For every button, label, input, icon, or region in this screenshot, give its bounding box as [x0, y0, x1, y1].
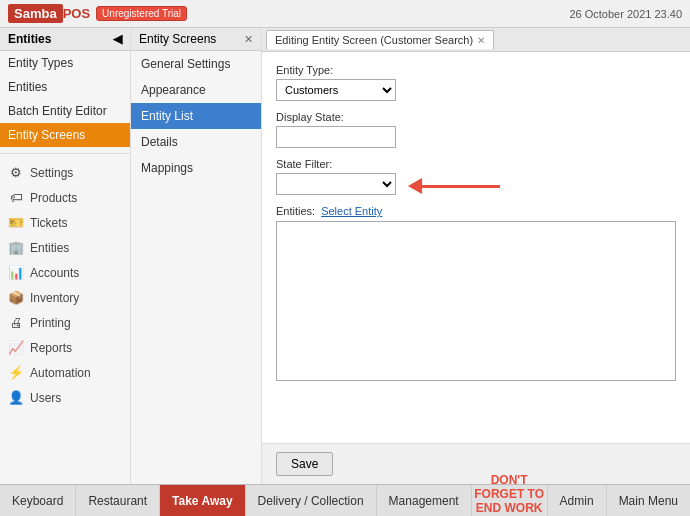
panel-item-general-settings[interactable]: General Settings	[131, 51, 261, 77]
entities-icon: 🏢	[8, 240, 24, 255]
sidebar-nav-products[interactable]: 🏷 Products	[0, 185, 130, 210]
settings-icon: ⚙	[8, 165, 24, 180]
inventory-icon: 📦	[8, 290, 24, 305]
sidebar-header-label: Entities	[8, 32, 51, 46]
taskbar: Keyboard Restaurant Take Away Delivery /…	[0, 484, 690, 516]
taskbar-btn-delivery[interactable]: Delivery / Collection	[246, 485, 377, 516]
unregistered-badge: Unregistered Trial	[96, 6, 187, 21]
logo-sambapos: SambaPOS	[8, 6, 90, 21]
display-state-input[interactable]	[276, 126, 396, 148]
sidebar-top: Entities ◀ Entity Types Entities Batch E…	[0, 28, 130, 484]
state-filter-row: State Filter:	[276, 158, 676, 195]
red-arrow-indicator	[408, 178, 500, 194]
sidebar-nav-tickets[interactable]: 🎫 Tickets	[0, 210, 130, 235]
display-state-label: Display State:	[276, 111, 676, 123]
content-area: Editing Entity Screen (Customer Search) …	[262, 28, 690, 484]
content-tab-bar: Editing Entity Screen (Customer Search) …	[262, 28, 690, 52]
entity-type-row: Entity Type: Customers	[276, 64, 676, 101]
left-sidebar: Entities ◀ Entity Types Entities Batch E…	[0, 28, 131, 484]
panel-header-label: Entity Screens	[139, 32, 216, 46]
accounts-icon: 📊	[8, 265, 24, 280]
sidebar-nav-printing-label: Printing	[30, 316, 71, 330]
panel-item-details[interactable]: Details	[131, 129, 261, 155]
middle-panel: Entity Screens ✕ General Settings Appear…	[131, 28, 262, 484]
entities-label-row: Entities: Select Entity	[276, 205, 676, 217]
sidebar-nav-settings[interactable]: ⚙ Settings	[0, 160, 130, 185]
samba-logo: Samba	[8, 4, 63, 23]
sidebar-nav-users-label: Users	[30, 391, 61, 405]
select-entity-link[interactable]: Select Entity	[321, 205, 382, 217]
entities-row: Entities: Select Entity	[276, 205, 676, 381]
titlebar-datetime: 26 October 2021 23.40	[569, 8, 682, 20]
entity-type-label: Entity Type:	[276, 64, 676, 76]
sidebar-nav-users[interactable]: 👤 Users	[0, 385, 130, 410]
titlebar-left: SambaPOS Unregistered Trial	[8, 6, 187, 21]
entities-label-text: Entities:	[276, 205, 315, 217]
sidebar-nav-entities-label: Entities	[30, 241, 69, 255]
sidebar-nav-inventory[interactable]: 📦 Inventory	[0, 285, 130, 310]
sidebar-nav-entities[interactable]: 🏢 Entities	[0, 235, 130, 260]
content-body: Entity Type: Customers Display State: St…	[262, 52, 690, 443]
taskbar-warning-text: DON'T FORGET TO END WORK PER	[472, 473, 547, 517]
sidebar-item-batch-entity-editor[interactable]: Batch Entity Editor	[0, 99, 130, 123]
state-filter-input-row	[276, 173, 676, 195]
users-icon: 👤	[8, 390, 24, 405]
sidebar-nav-automation[interactable]: ⚡ Automation	[0, 360, 130, 385]
sidebar-nav-automation-label: Automation	[30, 366, 91, 380]
taskbar-btn-main-menu[interactable]: Main Menu	[606, 485, 690, 517]
content-tab-close-icon[interactable]: ✕	[477, 35, 485, 46]
main-layout: Entities ◀ Entity Types Entities Batch E…	[0, 28, 690, 484]
taskbar-btn-admin[interactable]: Admin	[547, 485, 606, 517]
content-tab-label: Editing Entity Screen (Customer Search)	[275, 34, 473, 46]
sidebar-collapse-icon[interactable]: ◀	[113, 32, 122, 46]
sidebar-item-entity-screens[interactable]: Entity Screens	[0, 123, 130, 147]
printing-icon: 🖨	[8, 315, 24, 330]
taskbar-btn-take-away[interactable]: Take Away	[160, 485, 245, 516]
red-arrow-line	[420, 185, 500, 188]
panel-item-entity-list[interactable]: Entity List	[131, 103, 261, 129]
state-filter-select[interactable]	[276, 173, 396, 195]
tickets-icon: 🎫	[8, 215, 24, 230]
panel-close-button[interactable]: ✕	[244, 33, 253, 46]
taskbar-btn-keyboard[interactable]: Keyboard	[0, 485, 76, 516]
taskbar-btn-restaurant[interactable]: Restaurant	[76, 485, 160, 516]
sidebar-nav-inventory-label: Inventory	[30, 291, 79, 305]
taskbar-btn-management[interactable]: Management	[377, 485, 472, 516]
panel-item-mappings[interactable]: Mappings	[131, 155, 261, 181]
automation-icon: ⚡	[8, 365, 24, 380]
display-state-row: Display State:	[276, 111, 676, 148]
sidebar-nav-settings-label: Settings	[30, 166, 73, 180]
products-icon: 🏷	[8, 190, 24, 205]
content-tab-editing[interactable]: Editing Entity Screen (Customer Search) …	[266, 30, 494, 49]
entity-type-select[interactable]: Customers	[276, 79, 396, 101]
sidebar-nav-reports-label: Reports	[30, 341, 72, 355]
reports-icon: 📈	[8, 340, 24, 355]
sidebar-item-entity-types[interactable]: Entity Types	[0, 51, 130, 75]
sidebar-nav-accounts-label: Accounts	[30, 266, 79, 280]
title-bar: SambaPOS Unregistered Trial 26 October 2…	[0, 0, 690, 28]
panel-header: Entity Screens ✕	[131, 28, 261, 51]
sidebar-nav-tickets-label: Tickets	[30, 216, 68, 230]
sidebar-nav-accounts[interactable]: 📊 Accounts	[0, 260, 130, 285]
sidebar-nav-reports[interactable]: 📈 Reports	[0, 335, 130, 360]
sidebar-nav-printing[interactable]: 🖨 Printing	[0, 310, 130, 335]
entities-listbox[interactable]	[276, 221, 676, 381]
sidebar-item-entities[interactable]: Entities	[0, 75, 130, 99]
sidebar-divider	[0, 153, 130, 154]
state-filter-label: State Filter:	[276, 158, 676, 170]
sidebar-header: Entities ◀	[0, 28, 130, 51]
taskbar-right: Admin Main Menu	[547, 485, 690, 517]
panel-item-appearance[interactable]: Appearance	[131, 77, 261, 103]
pos-logo: POS	[63, 6, 90, 21]
save-button[interactable]: Save	[276, 452, 333, 476]
sidebar-nav-products-label: Products	[30, 191, 77, 205]
